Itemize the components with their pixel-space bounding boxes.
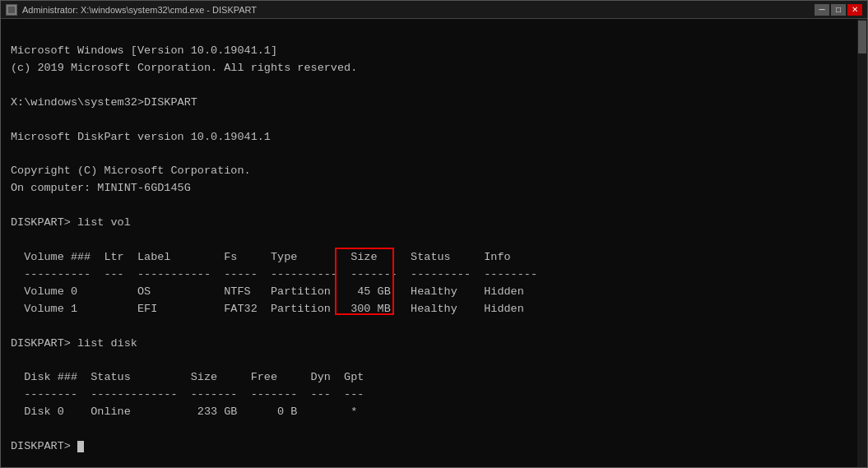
scrollbar[interactable] — [857, 19, 867, 467]
close-button[interactable]: ✕ — [847, 4, 862, 16]
maximize-button[interactable]: □ — [831, 4, 846, 16]
console-text-content: Microsoft Windows [Version 10.0.19041.1]… — [11, 25, 857, 456]
title-bar: Administrator: X:\windows\system32\cmd.e… — [1, 1, 867, 19]
scrollbar-thumb[interactable] — [858, 21, 866, 53]
cmd-window: Administrator: X:\windows\system32\cmd.e… — [0, 0, 868, 468]
console-output[interactable]: Microsoft Windows [Version 10.0.19041.1]… — [1, 19, 867, 467]
window-icon — [6, 4, 17, 16]
minimize-button[interactable]: ─ — [815, 4, 829, 16]
window-title: Administrator: X:\windows\system32\cmd.e… — [22, 5, 815, 15]
window-controls: ─ □ ✕ — [815, 4, 862, 16]
svg-rect-1 — [8, 7, 15, 9]
cursor — [77, 441, 84, 452]
